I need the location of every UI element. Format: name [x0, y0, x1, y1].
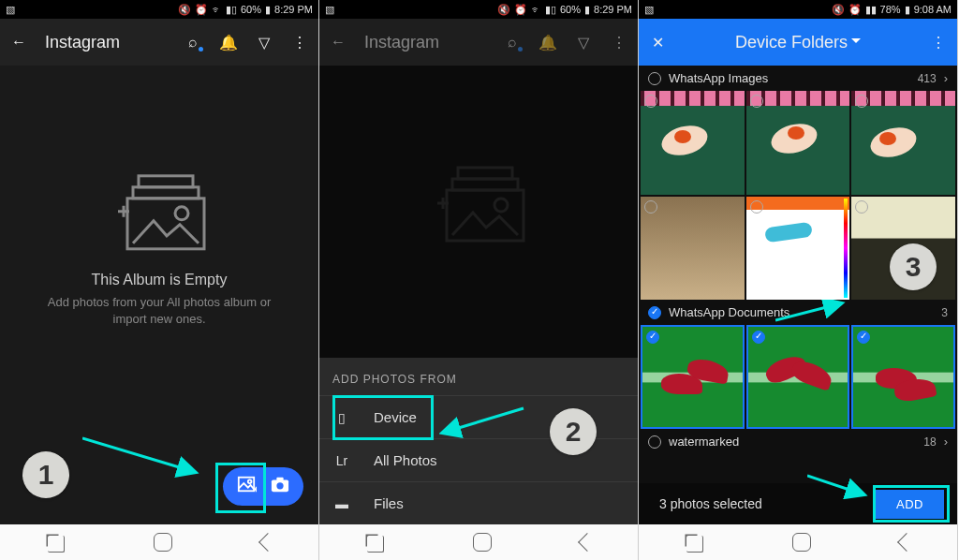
folder-name: WhatsApp Images: [669, 71, 768, 85]
thumbnail[interactable]: [851, 325, 955, 429]
svg-point-7: [248, 479, 252, 483]
folder-name: watermarked: [669, 435, 739, 449]
thumbnail[interactable]: [746, 325, 850, 429]
folder-count: 3: [941, 306, 948, 319]
nav-back-button[interactable]: [897, 533, 916, 552]
svg-rect-0: [139, 176, 193, 187]
status-bar: ▧ 🔇 ⏰ ▮▮ 78% ▮ 9:08 AM: [639, 0, 957, 19]
nosound-icon: 🔇: [497, 4, 510, 16]
empty-subtitle: Add photos from your All photos album or…: [37, 294, 281, 328]
thumbnail[interactable]: [641, 197, 745, 301]
sheet-row-label: Files: [374, 495, 404, 511]
content-area: This Album is Empty Add photos from your…: [0, 66, 318, 524]
signal-icon: ▮▯: [226, 4, 237, 16]
status-bar: ▧ 🔇 ⏰ ᯤ ▮▯ 60% ▮ 8:29 PM: [319, 0, 638, 19]
select-radio[interactable]: [855, 200, 868, 214]
folder-header-whatsapp-documents[interactable]: WhatsApp Documents 3: [639, 300, 957, 325]
empty-title: This Album is Empty: [37, 272, 281, 288]
nav-recent-button[interactable]: [48, 536, 65, 553]
more-icon[interactable]: ⋮: [610, 34, 628, 52]
alarm-icon: ⏰: [514, 4, 527, 16]
svg-rect-6: [239, 478, 254, 492]
filter-icon[interactable]: ▽: [255, 34, 273, 52]
clock: 8:29 PM: [594, 4, 632, 15]
phone-screen-1: ▧ 🔇 ⏰ ᯤ ▮▯ 60% ▮ 8:29 PM ← Instagram ⌕ 🔔…: [0, 0, 319, 560]
nav-recent-button[interactable]: [367, 536, 384, 553]
select-radio[interactable]: [750, 200, 763, 214]
app-bar: ← Instagram ⌕ 🔔 ▽ ⋮: [319, 19, 638, 66]
thumbnail-row: [639, 325, 957, 429]
picture-icon: ▧: [325, 4, 334, 16]
search-icon[interactable]: ⌕: [184, 34, 202, 51]
select-radio[interactable]: [646, 331, 659, 344]
chevron-right-icon: ›: [944, 71, 948, 85]
nav-recent-button[interactable]: [686, 536, 703, 553]
status-bar: ▧ 🔇 ⏰ ᯤ ▮▯ 60% ▮ 8:29 PM: [0, 0, 318, 19]
svg-line-13: [82, 438, 195, 472]
svg-point-3: [175, 207, 188, 220]
nav-back-button[interactable]: [578, 533, 597, 552]
sheet-row-files[interactable]: ▬ Files: [319, 481, 638, 524]
nav-home-button[interactable]: [154, 533, 172, 552]
clock: 9:08 AM: [914, 4, 952, 15]
camera-icon[interactable]: [270, 475, 290, 498]
add-button[interactable]: ADD: [876, 490, 944, 519]
svg-rect-2: [127, 199, 204, 249]
sheet-row-label: Device: [374, 409, 417, 425]
thumbnail[interactable]: [851, 91, 955, 195]
bell-icon[interactable]: 🔔: [219, 34, 238, 52]
battery-icon: ▮: [265, 4, 271, 16]
nav-back-button[interactable]: [258, 533, 277, 552]
bell-icon[interactable]: 🔔: [539, 34, 557, 52]
nosound-icon: 🔇: [178, 4, 191, 16]
wifi-icon: ᯤ: [212, 4, 222, 15]
folder-icon: ▬: [332, 496, 351, 511]
android-nav-bar: [639, 524, 957, 560]
page-title: Instagram: [364, 33, 486, 52]
close-icon[interactable]: ✕: [648, 34, 667, 52]
folder-header-watermarked[interactable]: watermarked 18 ›: [639, 429, 957, 454]
folder-dropdown[interactable]: Device Folders: [684, 33, 912, 52]
page-title: Instagram: [45, 33, 167, 52]
nav-home-button[interactable]: [792, 533, 811, 552]
folder-header-whatsapp-images[interactable]: WhatsApp Images 413 ›: [639, 66, 957, 91]
phone-screen-2: ▧ 🔇 ⏰ ᯤ ▮▯ 60% ▮ 8:29 PM ← Instagram ⌕ 🔔…: [319, 0, 639, 560]
toast-text: 3 photos selected: [659, 496, 762, 511]
app-bar: ← Instagram ⌕ 🔔 ▽ ⋮: [0, 19, 318, 66]
folder-count: 413: [918, 72, 937, 85]
alarm-icon: ⏰: [195, 4, 208, 16]
thumbnail[interactable]: [746, 91, 850, 195]
app-bar: ✕ Device Folders ⋮: [639, 19, 957, 66]
select-radio[interactable]: [857, 331, 870, 344]
select-all-radio[interactable]: [648, 306, 661, 319]
more-icon[interactable]: ⋮: [929, 34, 948, 52]
select-all-radio[interactable]: [648, 72, 661, 85]
battery-icon: ▮: [905, 4, 910, 16]
search-icon[interactable]: ⌕: [503, 34, 522, 51]
select-radio[interactable]: [644, 95, 657, 108]
add-photos-fab[interactable]: [223, 467, 303, 506]
add-image-icon[interactable]: [236, 475, 257, 498]
thumbnail-row: [639, 91, 957, 195]
back-icon[interactable]: ←: [9, 34, 28, 51]
thumbnail[interactable]: [746, 197, 850, 301]
back-icon[interactable]: ←: [329, 34, 347, 51]
picture-icon: ▧: [644, 4, 654, 16]
nav-home-button[interactable]: [473, 533, 492, 552]
nosound-icon: 🔇: [832, 4, 845, 16]
lightroom-icon: Lr: [332, 453, 351, 468]
signal-icon: ▮▮: [865, 4, 877, 16]
select-radio[interactable]: [644, 200, 657, 214]
thumbnail[interactable]: [641, 325, 745, 429]
filter-icon[interactable]: ▽: [574, 34, 593, 52]
select-all-radio[interactable]: [648, 435, 661, 449]
more-icon[interactable]: ⋮: [290, 34, 309, 52]
android-nav-bar: [0, 524, 318, 560]
sheet-row-label: All Photos: [374, 452, 437, 468]
select-radio[interactable]: [752, 331, 765, 344]
chevron-right-icon: ›: [944, 435, 948, 449]
content-area: ADD PHOTOS FROM ▯ Device Lr All Photos ▬…: [319, 66, 638, 524]
step-badge-1: 1: [22, 451, 69, 498]
thumbnail[interactable]: [641, 91, 745, 195]
select-radio[interactable]: [750, 95, 763, 108]
